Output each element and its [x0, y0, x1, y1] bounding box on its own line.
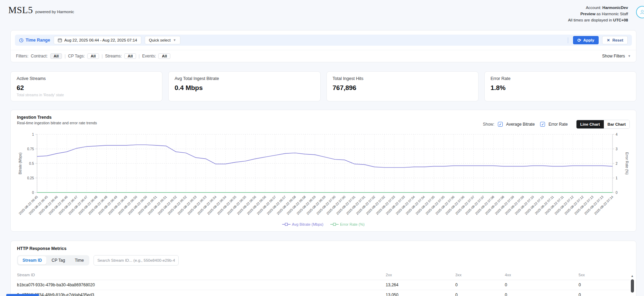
chevron-down-icon: ▼: [173, 38, 176, 42]
ingestion-trends-panel: Ingestion Trends Real-time ingestion bit…: [10, 110, 636, 232]
http-metrics-panel: HTTP Response Metrics Stream ID CP Tag T…: [10, 241, 636, 296]
reset-button[interactable]: ✕ Reset: [602, 36, 628, 44]
filters-row: Filters: Contract: All | CP Tags: All | …: [11, 50, 636, 62]
legend-item[interactable]: Error Rate (%): [330, 222, 365, 226]
filter-events-label: Events:: [142, 54, 156, 59]
average-bitrate-checkbox[interactable]: ✓: [498, 122, 503, 127]
stat-cards-row: Active Streams 62 Total streams in 'Read…: [10, 71, 636, 101]
logo-text: MSL5: [8, 5, 33, 16]
error-rate-checkbox[interactable]: ✓: [540, 122, 545, 127]
cell-stream-id: 3a470f4f-8934-48b9-810b-e7ddab435ed3: [17, 293, 386, 296]
stat-value: 62: [17, 84, 156, 92]
svg-text:3: 3: [616, 147, 618, 151]
line-chart-button[interactable]: Line Chart: [576, 120, 604, 128]
scrollbar-thumb[interactable]: [631, 279, 634, 293]
filter-contract-value[interactable]: All: [50, 53, 62, 59]
cell-count: 0: [455, 282, 505, 287]
tab-stream-id[interactable]: Stream ID: [18, 256, 46, 264]
close-icon: ✕: [607, 38, 610, 43]
time-range-bar: Time Range Aug 22, 2025 06:44 - Aug 22, …: [15, 35, 632, 46]
svg-text:Error Rate (%): Error Rate (%): [625, 152, 629, 174]
error-rate-checkbox-label: Error Rate: [548, 122, 567, 127]
stat-title: Error Rate: [491, 76, 630, 81]
http-metrics-title: HTTP Response Metrics: [17, 246, 630, 251]
chart-titles: Ingestion Trends Real-time ingestion bit…: [17, 115, 97, 125]
chart-legend: Avg Bitrate (Mbps)Error Rate (%): [17, 222, 630, 228]
chart-header: Ingestion Trends Real-time ingestion bit…: [17, 115, 630, 129]
svg-text:0.75: 0.75: [27, 147, 34, 151]
chart-title: Ingestion Trends: [17, 115, 97, 120]
average-bitrate-checkbox-label: Average Bitrate: [506, 122, 535, 127]
svg-text:2: 2: [616, 162, 618, 165]
filter-streams-value[interactable]: All: [124, 53, 136, 59]
app-header: MSL5 powered by Harmonic Account: Harmon…: [0, 0, 644, 25]
cutoff-blue-element[interactable]: [6, 294, 39, 296]
svg-text:Bitrate (Mbps): Bitrate (Mbps): [18, 153, 22, 174]
tab-cp-tag[interactable]: CP Tag: [47, 256, 70, 264]
legend-label: Error Rate (%): [340, 222, 365, 226]
legend-line-icon: [282, 223, 290, 226]
cell-count: 13,050: [386, 293, 455, 296]
clock-icon: [19, 38, 24, 43]
account-line: Account: HarmonicDev: [568, 5, 628, 11]
show-filters-toggle[interactable]: Show Filters ▼: [602, 54, 631, 59]
svg-text:1: 1: [32, 133, 34, 136]
search-mode-tabs: Stream ID CP Tag Time: [17, 255, 89, 266]
filter-contract-label: Contract:: [31, 54, 48, 59]
stat-value: 0.4 Mbps: [175, 84, 314, 92]
cell-count: 0: [505, 282, 579, 287]
time-range-panel: Time Range Aug 22, 2025 06:44 - Aug 22, …: [10, 30, 636, 62]
divider: [568, 37, 568, 43]
scroll-up-icon[interactable]: ▲: [631, 274, 634, 278]
cell-count: 0: [455, 293, 505, 296]
table-row[interactable]: b1bca07f-933c-479b-ba30-4ba86976802013,2…: [17, 280, 630, 290]
stat-value: 767,896: [333, 84, 472, 92]
filter-cptags-value[interactable]: All: [87, 53, 99, 59]
chart-controls: Show: ✓ Average Bitrate ✓ Error Rate Lin…: [483, 120, 630, 129]
table-row[interactable]: 3a470f4f-8934-48b9-810b-e7ddab435ed313,0…: [17, 290, 630, 296]
apply-button[interactable]: ⟳ Apply: [573, 36, 599, 44]
divider: |: [101, 54, 102, 59]
col-2xx: 2xx: [386, 273, 455, 277]
stat-title: Avg Total Ingest Bitrate: [175, 76, 314, 81]
chart-type-toggle: Line Chart Bar Chart: [576, 120, 630, 129]
stat-card-ingest-hits: Total Ingest Hits 767,896: [327, 71, 478, 101]
filters-label: Filters:: [16, 54, 28, 59]
col-5xx: 5xx: [579, 273, 630, 277]
col-3xx: 3xx: [455, 273, 505, 277]
stat-card-active-streams: Active Streams 62 Total streams in 'Read…: [10, 71, 162, 101]
svg-text:0: 0: [616, 191, 618, 195]
cell-count: 13,264: [386, 282, 455, 287]
filter-streams-label: Streams:: [105, 54, 122, 59]
bar-chart-button[interactable]: Bar Chart: [604, 120, 629, 128]
filter-events-value[interactable]: All: [158, 53, 170, 59]
stat-card-avg-bitrate: Avg Total Ingest Bitrate 0.4 Mbps: [168, 71, 320, 101]
cell-stream-id: b1bca07f-933c-479b-ba30-4ba869768020: [17, 282, 386, 287]
legend-line-icon: [330, 223, 339, 226]
legend-label: Avg Bitrate (Mbps): [292, 222, 323, 226]
svg-text:4: 4: [616, 133, 618, 136]
tab-time[interactable]: Time: [70, 256, 88, 264]
preview-line: Preview as Harmonic Staff: [568, 11, 628, 17]
chart-canvas[interactable]: 000.2510.520.75314Bitrate (Mbps)Error Ra…: [17, 131, 630, 222]
stat-value: 1.8%: [491, 84, 630, 92]
refresh-icon: ⟳: [578, 38, 581, 43]
stream-id-search-input[interactable]: [93, 255, 179, 266]
table-body: b1bca07f-933c-479b-ba30-4ba86976802013,2…: [17, 280, 630, 296]
quick-select-dropdown[interactable]: Quick select ▼: [145, 36, 180, 44]
svg-text:0.25: 0.25: [27, 176, 34, 180]
stat-title: Total Ingest Hits: [333, 76, 472, 81]
chart-subtitle: Real-time ingestion bitrate and error ra…: [17, 121, 97, 125]
calendar-icon: [58, 38, 62, 42]
logo-subtext: powered by Harmonic: [35, 10, 74, 14]
date-range-input[interactable]: Aug 22, 2025 06:44 - Aug 22, 2025 07:14: [54, 36, 141, 44]
timezone-value: UTC+08: [613, 18, 628, 22]
cell-count: 0: [579, 293, 630, 296]
app-logo: MSL5 powered by Harmonic: [8, 5, 74, 16]
divider: |: [138, 54, 140, 59]
legend-item[interactable]: Avg Bitrate (Mbps): [282, 222, 323, 226]
stat-subtitle: Total streams in 'Ready' state: [17, 93, 156, 97]
cell-count: 0: [505, 293, 579, 296]
col-stream-id: Stream ID: [17, 273, 386, 277]
person-icon: [639, 9, 644, 15]
